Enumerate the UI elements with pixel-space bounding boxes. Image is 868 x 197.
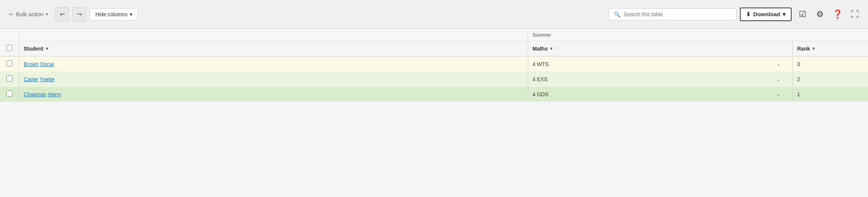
rank-cell: 3 [792, 56, 868, 72]
student-first-name[interactable]: Yvette [40, 76, 54, 82]
student-name-cell: Chapman Harry [19, 87, 528, 102]
table-row: Chapman Harry 4 GDS ⌄ 1 [0, 87, 868, 102]
chevron-down-icon[interactable]: ⌄ [777, 92, 780, 97]
row-checkbox[interactable] [6, 60, 12, 66]
caret-down-icon: ▾ [46, 12, 48, 17]
header-maths-col[interactable]: Maths ▾ [528, 41, 792, 57]
rank-value: 3 [797, 61, 800, 67]
help-icon: ❓ [832, 9, 843, 19]
hide-columns-button[interactable]: Hide columns ▾ [90, 8, 138, 20]
maths-grade: 4 GDS [533, 91, 549, 97]
row-checkbox[interactable] [6, 91, 12, 97]
maths-cell: 4 EXS ⌄ [528, 72, 792, 87]
search-box: 🔍 [608, 8, 737, 20]
chevron-down-icon[interactable]: ⌄ [777, 77, 780, 82]
maths-grade: 4 WTS [533, 61, 549, 67]
group-header-row: Summer [0, 29, 868, 41]
bulk-action-label: Bulk action [16, 11, 43, 17]
student-sort-icon: ▾ [46, 46, 48, 51]
help-button[interactable]: ❓ [829, 6, 845, 22]
chevron-down-icon[interactable]: ⌄ [777, 62, 780, 67]
download-icon: ⬇ [746, 11, 751, 18]
settings-button[interactable]: ⚙ [812, 6, 828, 22]
rank-cell: 2 [792, 72, 868, 87]
search-input[interactable] [623, 11, 731, 17]
column-header-row: Student ▾ Maths ▾ Rank ▾ [0, 41, 868, 57]
student-first-name[interactable]: Harry [48, 91, 61, 97]
student-name: Carter Yvette [24, 76, 54, 82]
maths-cell: 4 WTS ⌄ [528, 56, 792, 72]
table-container: Summer Student ▾ Maths ▾ [0, 29, 868, 102]
download-button[interactable]: ⬇ Download ▾ [740, 8, 792, 21]
group-header-rank-cell [792, 29, 868, 41]
rank-cell: 1 [792, 87, 868, 102]
group-header-summer-cell: Summer [528, 29, 792, 41]
student-col-label: Student [24, 46, 43, 52]
hide-columns-label: Hide columns [95, 11, 127, 17]
bulk-action-button[interactable]: ✏ Bulk action ▾ [5, 9, 52, 20]
row-checkbox[interactable] [6, 75, 12, 82]
student-last-name[interactable]: Brown [24, 61, 39, 67]
undo-button[interactable]: ↩ [55, 7, 69, 22]
rank-sort-icon: ▾ [812, 46, 815, 51]
table-row: Carter Yvette 4 EXS ⌄ 2 [0, 72, 868, 87]
student-first-name[interactable]: Oscar [40, 61, 54, 67]
chevron-down-icon: ▾ [130, 11, 132, 17]
group-header-checkbox-cell [0, 29, 19, 41]
student-name: Chapman Harry [24, 91, 61, 97]
toolbar: ✏ Bulk action ▾ ↩ ↪ Hide columns ▾ 🔍 ⬇ D… [0, 0, 868, 29]
header-student-col[interactable]: Student ▾ [19, 41, 528, 57]
group-header-student-cell [19, 29, 528, 41]
toolbar-right-icons: ☑ ⚙ ❓ ⛶ [795, 6, 863, 22]
maths-cell: 4 GDS ⌄ [528, 87, 792, 102]
search-icon: 🔍 [614, 11, 620, 17]
student-last-name[interactable]: Carter [24, 76, 39, 82]
select-all-checkbox[interactable] [6, 45, 12, 51]
student-name-cell: Carter Yvette [19, 72, 528, 87]
pencil-icon: ✏ [9, 11, 14, 17]
download-caret-icon: ▾ [783, 11, 786, 18]
row-checkbox-cell [0, 56, 19, 72]
maths-col-label: Maths [533, 46, 548, 52]
data-table: Summer Student ▾ Maths ▾ [0, 29, 868, 102]
expand-button[interactable]: ⛶ [847, 6, 863, 22]
expand-icon: ⛶ [851, 9, 859, 19]
rank-col-label: Rank [797, 46, 810, 52]
row-checkbox-cell [0, 72, 19, 87]
gear-icon: ⚙ [816, 9, 824, 19]
rank-value: 1 [797, 91, 800, 97]
redo-button[interactable]: ↪ [72, 7, 87, 22]
header-rank-col[interactable]: Rank ▾ [792, 41, 868, 57]
maths-sort-icon: ▾ [550, 46, 552, 51]
download-label: Download [753, 11, 780, 17]
undo-icon: ↩ [60, 11, 65, 18]
checkmark-icon: ☑ [799, 9, 806, 19]
table-body: Brown Oscar 4 WTS ⌄ 3 Carter [0, 56, 868, 102]
maths-grade: 4 EXS [533, 76, 548, 82]
student-name-cell: Brown Oscar [19, 56, 528, 72]
header-checkbox-cell [0, 41, 19, 57]
row-checkbox-cell [0, 87, 19, 102]
redo-icon: ↪ [77, 11, 82, 18]
rank-value: 2 [797, 76, 800, 82]
student-last-name[interactable]: Chapman [24, 91, 47, 97]
table-row: Brown Oscar 4 WTS ⌄ 3 [0, 56, 868, 72]
checkmark-button[interactable]: ☑ [795, 6, 811, 22]
student-name: Brown Oscar [24, 61, 54, 67]
